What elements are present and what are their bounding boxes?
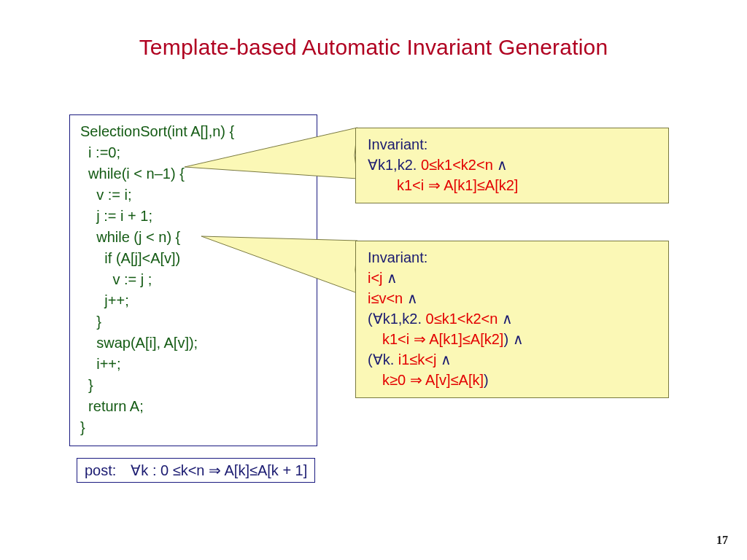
page-number: 17: [716, 534, 728, 547]
code-line: j++;: [80, 292, 129, 308]
code-line: return A;: [80, 398, 144, 414]
code-line: while(i < n–1) {: [80, 166, 185, 182]
code-line: swap(A[i], A[v]);: [80, 335, 198, 351]
wedge: ∧: [497, 157, 508, 173]
code-line: v := j ;: [80, 271, 152, 287]
invariant-line: (∀k. i1≤k<j ∧: [368, 349, 657, 370]
invariant-line: i<j ∧: [368, 268, 657, 288]
formula-part: k1<i ⇒ A[k1]≤A[k2]: [397, 177, 518, 193]
invariant-heading: Invariant:: [368, 247, 657, 268]
formula-part: 0≤k1<k2<n: [421, 157, 497, 173]
formula-part: k≥0 ⇒ A[v]≤A[k]: [382, 372, 484, 388]
invariant-line: (∀k1,k2. 0≤k1<k2<n ∧: [368, 308, 657, 329]
post-expr: ∀k : 0 ≤k<n ⇒ A[k]≤A[k + 1]: [131, 462, 307, 478]
slide-title: Template-based Automatic Invariant Gener…: [0, 35, 747, 60]
code-line: }: [80, 419, 85, 435]
paren: (: [368, 351, 373, 368]
code-line: v := i;: [80, 187, 132, 203]
post-label: post:: [85, 462, 131, 478]
wedge: ∧: [502, 311, 513, 327]
indent: [368, 331, 382, 347]
formula-part: i<j: [368, 270, 387, 286]
invariant-line: k1<i ⇒ A[k1]≤A[k2]: [368, 175, 657, 195]
code-line: j := i + 1;: [80, 208, 152, 224]
invariant-box-inner: Invariant: i<j ∧ i≤v<n ∧ (∀k1,k2. 0≤k1<k…: [355, 241, 669, 398]
code-line: while (j < n) {: [80, 229, 180, 245]
formula-part: 0≤k1<k2<n: [426, 311, 502, 327]
quantifier: ∀k1,k2.: [373, 311, 426, 327]
code-line: if (A[j]<A[v]): [80, 250, 180, 266]
code-line: }: [80, 377, 93, 393]
code-line: i :=0;: [80, 144, 120, 160]
code-line: SelectionSort(int A[],n) {: [80, 123, 234, 139]
paren: (: [368, 311, 373, 327]
invariant-box-outer: Invariant: ∀k1,k2. 0≤k1<k2<n ∧ k1<i ⇒ A[…: [355, 128, 669, 203]
invariant-line: ∀k1,k2. 0≤k1<k2<n ∧: [368, 155, 657, 175]
formula-part: i≤v<n: [368, 290, 407, 306]
invariant-line: k1<i ⇒ A[k1]≤A[k2]) ∧: [368, 329, 657, 349]
formula-part: i1≤k<j: [398, 351, 441, 368]
wedge: ∧: [441, 351, 452, 368]
invariant-line: k≥0 ⇒ A[v]≤A[k]): [368, 370, 657, 390]
indent: [368, 372, 382, 388]
code-line: i++;: [80, 356, 121, 372]
indent: [368, 177, 397, 193]
invariant-line: i≤v<n ∧: [368, 288, 657, 308]
quantifier: ∀k1,k2.: [368, 157, 421, 173]
wedge: ∧: [513, 331, 524, 347]
paren: ): [503, 331, 512, 347]
paren: ): [484, 372, 489, 388]
invariant-heading: Invariant:: [368, 134, 657, 155]
code-listing: SelectionSort(int A[],n) { i :=0; while(…: [69, 114, 317, 446]
postcondition-box: post: ∀k : 0 ≤k<n ⇒ A[k]≤A[k + 1]: [77, 458, 315, 483]
code-line: }: [80, 314, 101, 330]
formula-part: k1<i ⇒ A[k1]≤A[k2]: [382, 331, 503, 347]
quantifier: ∀k.: [373, 351, 398, 368]
wedge: ∧: [407, 290, 418, 306]
wedge: ∧: [387, 270, 398, 286]
